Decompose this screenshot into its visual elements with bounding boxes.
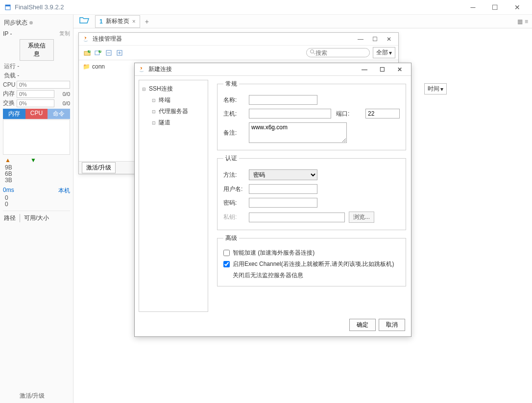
sidebar: 同步状态 IP -复制 系统信息 运行 - 负载 - CPU 内存 0/0 交换… bbox=[0, 15, 73, 403]
search-box[interactable] bbox=[306, 48, 370, 57]
tree-root-ssh[interactable]: ⊟SSH连接 bbox=[141, 83, 206, 95]
username-input[interactable] bbox=[249, 184, 317, 194]
privatekey-input[interactable] bbox=[249, 213, 345, 222]
ip-row: IP -复制 bbox=[3, 29, 70, 38]
new-close-button[interactable]: ✕ bbox=[395, 66, 404, 73]
remark-input[interactable] bbox=[249, 122, 347, 143]
new-minimize-button[interactable]: — bbox=[360, 66, 369, 73]
tab-memory[interactable]: 内存 bbox=[3, 109, 25, 119]
zero-axis: 0 0 bbox=[3, 195, 70, 208]
svg-point-13 bbox=[311, 50, 314, 53]
metric-tabs: 内存 CPU 命令 bbox=[3, 109, 70, 119]
form-panel: 常规 名称: 主机: 端口: 备注: 认证 方法: 密码 用户名: 密码: 私钥… bbox=[212, 76, 411, 316]
conn-activate-button[interactable]: 激活/升级 bbox=[82, 162, 116, 173]
copy-link[interactable]: 复制 bbox=[59, 30, 70, 37]
port-input[interactable] bbox=[365, 109, 400, 119]
conn-toolbar: + + 全部▾ bbox=[79, 46, 398, 60]
tabbar: 1 新标签页 × + ▦ ≡ bbox=[73, 15, 532, 28]
filter-button[interactable]: 全部▾ bbox=[373, 47, 395, 58]
tab-add-button[interactable]: + bbox=[140, 18, 154, 25]
svg-rect-1 bbox=[5, 5, 10, 6]
name-input[interactable] bbox=[249, 95, 317, 105]
folder-open-icon[interactable] bbox=[73, 16, 95, 26]
cancel-button[interactable]: 取消 bbox=[379, 319, 405, 331]
new-conn-icon[interactable]: + bbox=[94, 48, 102, 57]
expand-icon[interactable] bbox=[115, 48, 124, 57]
tab-label: 新标签页 bbox=[106, 17, 129, 25]
general-fieldset: 常规 名称: 主机: 端口: 备注: bbox=[217, 80, 406, 150]
net-arrows: ▲ ▼ bbox=[3, 156, 70, 165]
search-input[interactable] bbox=[315, 49, 360, 56]
grid-view-icon[interactable]: ▦ bbox=[517, 18, 523, 25]
host-input[interactable] bbox=[249, 109, 331, 119]
ok-button[interactable]: 确定 bbox=[349, 319, 376, 331]
tab-command[interactable]: 命令 bbox=[48, 109, 70, 119]
time-dropdown[interactable]: 时间▾ bbox=[424, 83, 447, 95]
close-button[interactable]: ✕ bbox=[506, 0, 528, 15]
list-view-icon[interactable]: ≡ bbox=[525, 18, 528, 25]
chevron-down-icon: ▾ bbox=[440, 86, 443, 93]
category-tree: ⊟SSH连接 ⊡终端 ⊡代理服务器 ⊡隧道 bbox=[139, 80, 208, 312]
chevron-down-icon: ▾ bbox=[389, 49, 392, 56]
swap-row: 交换 0/0 bbox=[3, 98, 70, 108]
system-info-button[interactable]: 系统信息 bbox=[20, 39, 54, 61]
password-input[interactable] bbox=[249, 198, 317, 208]
tree-terminal[interactable]: ⊡终端 bbox=[141, 95, 206, 106]
svg-text:+: + bbox=[88, 50, 91, 54]
new-maximize-button[interactable]: ☐ bbox=[378, 66, 387, 73]
sync-status: 同步状态 bbox=[3, 17, 70, 29]
mem-row: 内存 0/0 bbox=[3, 89, 70, 98]
exec-channel-checkbox[interactable] bbox=[223, 261, 230, 267]
app-title: FinalShell 3.9.2.2 bbox=[15, 3, 64, 11]
maximize-button[interactable]: ☐ bbox=[484, 0, 506, 15]
collapse-toggle-icon[interactable]: ⊟ bbox=[142, 87, 147, 92]
conn-close-button[interactable]: ✕ bbox=[387, 36, 391, 43]
swap-input[interactable] bbox=[17, 99, 54, 107]
tab-new[interactable]: 1 新标签页 × bbox=[95, 15, 140, 28]
run-label: 运行 - bbox=[3, 62, 70, 71]
arrow-down-icon: ▼ bbox=[30, 157, 36, 164]
conn-mgr-titlebar: 连接管理器 — ☐ ✕ bbox=[79, 33, 398, 46]
y-axis: 9B 6B 3B bbox=[3, 165, 70, 184]
folder-icon: 📁 bbox=[83, 63, 90, 70]
disk-header: 路径 可用/大小 bbox=[3, 211, 70, 225]
activate-link[interactable]: 激活/升级 bbox=[20, 392, 45, 400]
new-conn-titlebar: 新建连接 — ☐ ✕ bbox=[135, 63, 411, 76]
mem-input[interactable] bbox=[17, 90, 54, 98]
cpu-row: CPU bbox=[3, 80, 70, 89]
arrow-up-icon: ▲ bbox=[5, 157, 11, 164]
app-icon bbox=[4, 3, 12, 11]
method-select[interactable]: 密码 bbox=[249, 169, 317, 180]
svg-text:+: + bbox=[99, 50, 101, 54]
smart-accel-checkbox[interactable] bbox=[223, 250, 230, 256]
tree-proxy[interactable]: ⊡代理服务器 bbox=[141, 106, 206, 117]
collapse-icon[interactable] bbox=[104, 48, 113, 57]
main-titlebar: FinalShell 3.9.2.2 ─ ☐ ✕ bbox=[0, 0, 532, 15]
svg-line-14 bbox=[314, 53, 315, 54]
conn-maximize-button[interactable]: ☐ bbox=[372, 36, 378, 43]
cpu-input[interactable] bbox=[17, 81, 70, 89]
load-label: 负载 - bbox=[3, 71, 70, 80]
advanced-fieldset: 高级 智能加速 (加速海外服务器连接) 启用Exec Channel(若连接上就… bbox=[217, 234, 406, 286]
new-connection-dialog: 新建连接 — ☐ ✕ ⊟SSH连接 ⊡终端 ⊡代理服务器 ⊡隧道 常规 名称: … bbox=[134, 63, 411, 337]
chart-area bbox=[3, 119, 70, 155]
tab-close-icon[interactable]: × bbox=[132, 18, 136, 25]
minimize-button[interactable]: ─ bbox=[462, 0, 484, 15]
conn-minimize-button[interactable]: — bbox=[358, 36, 363, 43]
new-folder-icon[interactable]: + bbox=[83, 48, 92, 57]
browse-button[interactable]: 浏览... bbox=[349, 212, 374, 223]
tab-cpu[interactable]: CPU bbox=[25, 109, 48, 119]
latency-row: 0ms 本机 bbox=[3, 184, 70, 195]
new-conn-footer: 确定 取消 bbox=[135, 316, 411, 334]
java-icon bbox=[138, 66, 145, 73]
auth-fieldset: 认证 方法: 密码 用户名: 密码: 私钥:浏览... bbox=[217, 154, 406, 230]
java-icon bbox=[82, 35, 90, 43]
tree-tunnel[interactable]: ⊡隧道 bbox=[141, 117, 206, 128]
search-icon bbox=[310, 49, 315, 56]
